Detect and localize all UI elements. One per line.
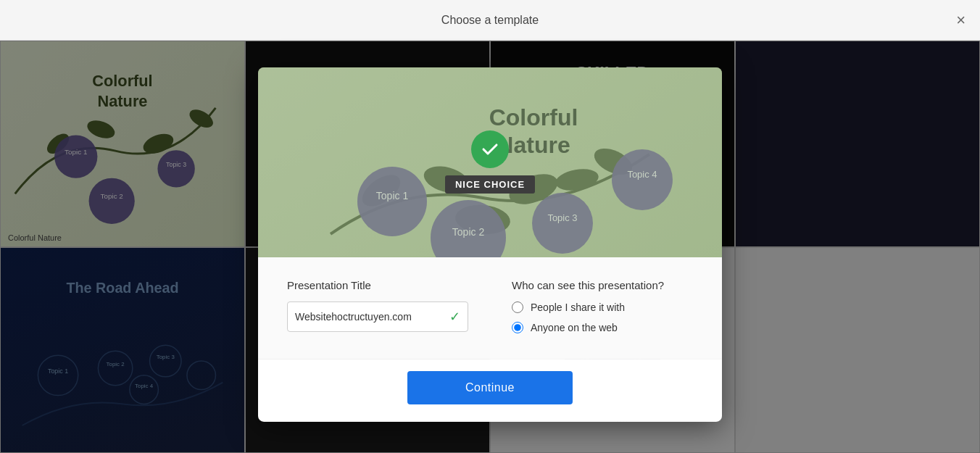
check-icon [480, 139, 500, 159]
modal-preview: Colorful Nature Topic 1 Topic 2 Topic 3 … [258, 67, 722, 257]
title-input-row: ✓ [287, 301, 468, 331]
continue-button[interactable]: Continue [407, 370, 573, 404]
nice-choice-label: NICE CHOICE [445, 175, 535, 194]
title-input[interactable] [295, 310, 445, 322]
close-button[interactable]: × [956, 12, 966, 28]
radio-anyone-input[interactable] [512, 321, 523, 333]
checkmark-circle [471, 130, 509, 168]
template-modal: Colorful Nature Topic 1 Topic 2 Topic 3 … [258, 67, 722, 421]
form-left: Presentation Title ✓ [287, 278, 468, 331]
radio-people[interactable]: People I share it with [512, 301, 693, 312]
modal-header: Choose a template × [0, 0, 980, 41]
visibility-label: Who can see this presentation? [512, 278, 693, 291]
input-valid-icon: ✓ [449, 308, 460, 324]
modal-form: Presentation Title ✓ Who can see this pr… [258, 257, 722, 359]
nice-choice-overlay: NICE CHOICE [258, 67, 722, 257]
radio-people-label: People I share it with [531, 301, 625, 312]
title-label: Presentation Title [287, 278, 468, 291]
radio-people-input[interactable] [512, 301, 523, 312]
continue-section: Continue [258, 359, 722, 421]
visibility-options: People I share it with Anyone on the web [512, 301, 693, 333]
radio-anyone-label: Anyone on the web [531, 321, 618, 333]
header-title: Choose a template [441, 14, 539, 27]
form-right: Who can see this presentation? People I … [512, 278, 693, 333]
radio-anyone[interactable]: Anyone on the web [512, 321, 693, 333]
